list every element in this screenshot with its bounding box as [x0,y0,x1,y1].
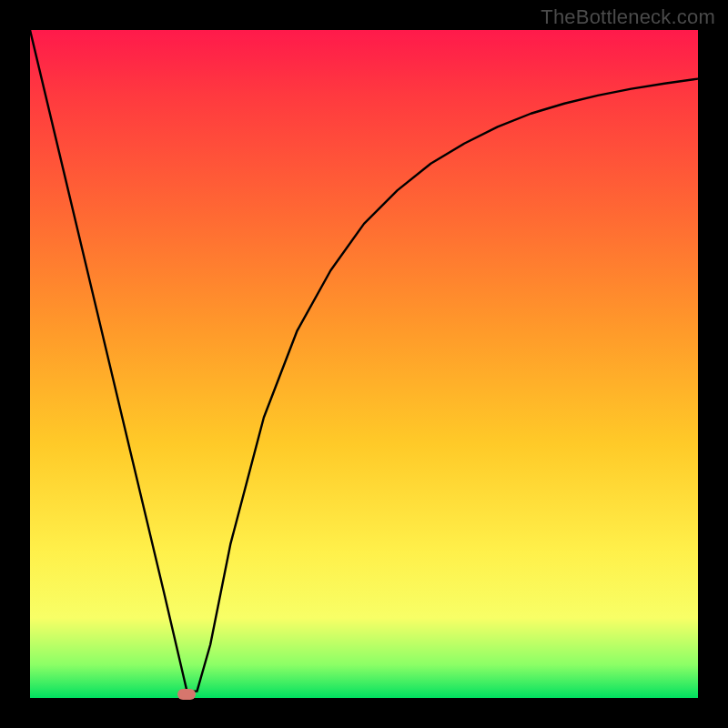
chart-frame: TheBottleneck.com [0,0,728,728]
minimum-marker [177,689,196,700]
watermark-text: TheBottleneck.com [541,5,715,29]
plot-area [30,30,698,698]
bottleneck-curve [30,30,698,698]
